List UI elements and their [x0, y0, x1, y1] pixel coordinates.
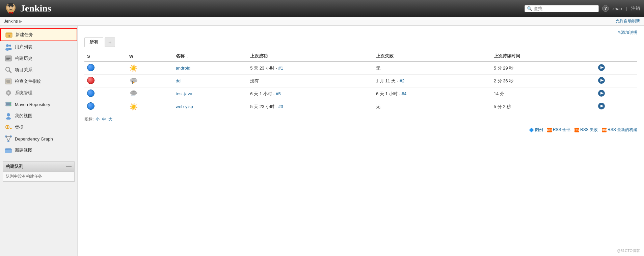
table-row: ☀️ android 5 天 23 小时 - #1 无 5 分 29 秒	[84, 61, 637, 75]
last-failure-test-java: 6 天 1 小时 - #4	[373, 87, 491, 100]
table-row: ☀️ web-ylsp 5 天 23 小时 - #3 无 5 分 2 秒	[84, 100, 637, 113]
status-cell-test-java	[84, 87, 127, 100]
weather-cell-android: ☀️	[127, 61, 173, 75]
tab-add-button[interactable]: +	[105, 37, 115, 47]
sidebar-item-new-task[interactable]: 新建任务	[0, 28, 77, 41]
status-ball-blue-3	[87, 102, 95, 110]
job-link-android[interactable]: android	[176, 66, 190, 71]
sidebar-my-views-label: 我的视图	[15, 113, 32, 119]
last-failure-android: 无	[373, 61, 491, 75]
weather-rainstorm-icon	[129, 89, 138, 97]
sidebar-item-new-view[interactable]: 新建视图	[0, 145, 77, 156]
header: Jenkins 🔍 ? zhao | 注销	[0, 0, 644, 17]
svg-line-70	[134, 95, 134, 96]
svg-line-48	[8, 136, 11, 141]
breadcrumb-separator: ▶	[19, 19, 22, 24]
search-icon	[5, 66, 12, 74]
jobs-table: S W 名称 ↓ 上次成功 上次失败 上次持续时间	[84, 51, 637, 113]
svg-point-42	[7, 126, 8, 128]
sidebar-item-my-views[interactable]: 我的视图	[0, 110, 77, 122]
sidebar-item-file-fingerprint[interactable]: 检查文件指纹	[0, 76, 77, 87]
weather-cell-test-java	[127, 87, 173, 100]
last-success-dd: 没有	[247, 75, 373, 87]
user-name: zhao	[612, 6, 622, 11]
sidebar-item-credentials[interactable]: 凭据	[0, 122, 77, 133]
schedule-cell-web-ylsp	[595, 100, 637, 113]
header-left: Jenkins	[4, 2, 51, 15]
help-button[interactable]: ?	[602, 5, 609, 12]
svg-point-15	[6, 44, 9, 47]
svg-point-36	[7, 113, 10, 117]
build-link-android-success[interactable]: #1	[278, 66, 283, 71]
fingerprint-icon	[5, 78, 12, 85]
sidebar-item-system-manage[interactable]: 系统管理	[0, 87, 77, 99]
svg-rect-51	[5, 149, 8, 150]
svg-line-24	[9, 71, 11, 73]
legend-link[interactable]: 🔷 图例	[529, 127, 543, 133]
breadcrumb-bar: Jenkins ▶ 允许自动刷新	[0, 17, 644, 26]
job-name-android: android	[173, 61, 248, 75]
build-queue-minimize-button[interactable]: —	[66, 164, 72, 169]
rss-latest-link[interactable]: RSS RSS 最新的构建	[602, 127, 637, 133]
search-icon: 🔍	[527, 6, 532, 11]
svg-line-68	[132, 95, 132, 96]
svg-point-17	[9, 45, 11, 47]
schedule-icon-android[interactable]	[598, 64, 605, 71]
search-input[interactable]	[534, 6, 596, 11]
build-link-test-java-success[interactable]: #5	[276, 91, 280, 96]
job-link-web-ylsp[interactable]: web-ylsp	[176, 104, 193, 109]
sidebar-credentials-label: 凭据	[15, 124, 24, 130]
job-link-dd[interactable]: dd	[176, 78, 181, 83]
last-success-web-ylsp: 5 天 23 小时 - #3	[247, 100, 373, 113]
sidebar-item-maven-repo[interactable]: Maven Repository	[0, 99, 77, 110]
job-name-test-java: test-java	[173, 87, 248, 100]
schedule-icon-web-ylsp[interactable]	[598, 102, 605, 110]
job-name-dd: dd	[173, 75, 248, 87]
weather-sun-icon-2: ☀️	[129, 103, 138, 110]
auto-refresh-link[interactable]: 允许自动刷新	[616, 18, 640, 24]
logout-button[interactable]: 注销	[631, 5, 640, 11]
job-link-test-java[interactable]: test-java	[176, 91, 192, 96]
col-header-w: W	[127, 51, 173, 61]
jobs-table-body: ☀️ android 5 天 23 小时 - #1 无 5 分 29 秒	[84, 61, 637, 113]
folder-add-icon	[5, 31, 13, 39]
sidebar-maven-repo-label: Maven Repository	[15, 102, 50, 107]
last-duration-dd: 2 分 36 秒	[491, 75, 595, 87]
svg-point-37	[6, 117, 11, 120]
icon-sizes-label: 图标:	[84, 117, 93, 122]
search-box: 🔍	[525, 5, 599, 12]
rss-failure-link[interactable]: RSS RSS 失败	[574, 127, 598, 133]
sidebar: 新建任务 用户列表	[0, 26, 78, 256]
last-failure-web-ylsp: 无	[373, 100, 491, 113]
last-duration-android: 5 分 29 秒	[491, 61, 595, 75]
sidebar-item-build-history[interactable]: 构建历史	[0, 53, 77, 64]
build-link-test-java-failure[interactable]: #4	[402, 91, 406, 96]
icon-size-medium[interactable]: 中	[102, 117, 106, 122]
sidebar-item-dependency-graph[interactable]: Dependency Graph	[0, 133, 77, 145]
header-divider: |	[626, 6, 627, 11]
weather-thunderstorm-icon	[129, 77, 138, 84]
sidebar-item-user-list[interactable]: 用户列表	[0, 41, 77, 53]
status-cell-android	[84, 61, 127, 75]
schedule-icon-dd[interactable]	[598, 77, 605, 84]
tab-all[interactable]: 所有	[84, 37, 103, 47]
last-duration-web-ylsp: 5 分 2 秒	[491, 100, 595, 113]
job-name-web-ylsp: web-ylsp	[173, 100, 248, 113]
sidebar-user-list-label: 用户列表	[15, 44, 32, 50]
build-link-dd-failure[interactable]: #2	[400, 78, 404, 83]
rss-all-link[interactable]: RSS RSS 全部	[547, 127, 570, 133]
build-queue-title: 构建队列	[6, 163, 23, 170]
status-ball-blue	[87, 64, 95, 71]
add-description-link[interactable]: ✎添加说明	[618, 30, 637, 35]
schedule-cell-dd	[595, 75, 637, 87]
breadcrumb-jenkins-link[interactable]: Jenkins	[4, 19, 18, 24]
weather-sun-icon: ☀️	[129, 65, 138, 72]
icon-size-small[interactable]: 小	[96, 117, 100, 122]
build-link-web-ylsp-success[interactable]: #3	[278, 104, 283, 109]
schedule-icon-test-java[interactable]	[598, 89, 605, 97]
sidebar-item-project-relation[interactable]: 项目关系	[0, 64, 77, 76]
col-header-s: S	[84, 51, 127, 61]
dependency-icon	[5, 135, 12, 143]
icon-size-large[interactable]: 大	[108, 117, 112, 122]
svg-line-47	[6, 136, 8, 141]
